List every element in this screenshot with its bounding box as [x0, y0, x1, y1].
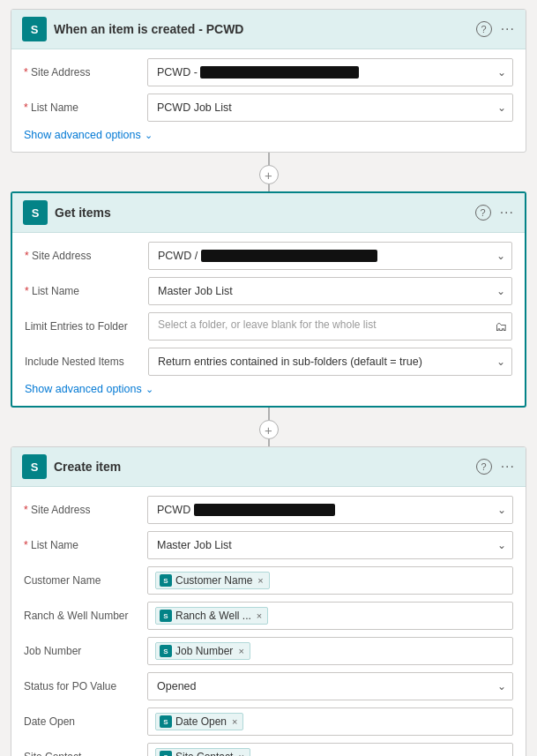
label-customer-name: Customer Name	[24, 574, 147, 587]
select-value-list-name-1: PCWD Job List	[157, 101, 232, 114]
select-site-address-2[interactable]: PCWD /	[148, 242, 512, 270]
folder-icon: 🗂	[495, 319, 507, 333]
help-icon-3[interactable]: ?	[476, 459, 492, 475]
field-row-status-po: Status for PO Value Opened ⌄	[24, 672, 513, 700]
help-icon-1[interactable]: ?	[476, 21, 492, 37]
more-menu-3[interactable]: ···	[501, 459, 515, 475]
chip-label-date-open: Date Open	[175, 715, 227, 728]
select-wrapper-site-address-1[interactable]: PCWD - ⌄	[147, 58, 513, 86]
card-icon-create-item: S	[22, 454, 47, 479]
select-nested-items[interactable]: Return entries contained in sub-folders …	[148, 348, 512, 376]
label-site-contact: Site Contact	[24, 751, 147, 756]
control-limit-folder: Select a folder, or leave blank for the …	[148, 312, 512, 341]
select-wrapper-list-name-3[interactable]: Master Job List ⌄	[147, 531, 513, 559]
chip-label-site-contact: Site Contact	[175, 751, 233, 756]
field-row-site-contact: Site Contact S Site Contact ×	[24, 743, 513, 756]
add-step-1[interactable]: +	[259, 165, 279, 184]
label-job-number: Job Number	[24, 645, 147, 657]
chip-date-open[interactable]: S Date Open ×	[155, 713, 243, 730]
tags-date-open[interactable]: S Date Open ×	[147, 707, 513, 736]
select-value-list-name-3: Master Job List	[157, 539, 232, 551]
chip-ranch-well[interactable]: S Ranch & Well ... ×	[155, 607, 268, 625]
select-wrapper-list-name-2[interactable]: Master Job List ⌄	[148, 277, 512, 305]
chip-x-ranch-well[interactable]: ×	[257, 610, 262, 621]
tags-site-contact[interactable]: S Site Contact ×	[147, 743, 513, 756]
select-list-name-3[interactable]: Master Job List	[147, 531, 513, 559]
show-advanced-2[interactable]: Show advanced options ⌄	[25, 383, 512, 395]
card-title-get-items: Get items	[55, 206, 111, 220]
more-menu-1[interactable]: ···	[501, 21, 515, 37]
field-row-ranch-well: Ranch & Well Number S Ranch & Well ... ×	[24, 602, 513, 630]
control-site-address-1: PCWD - ⌄	[147, 58, 513, 86]
show-advanced-arrow-1: ⌄	[145, 130, 153, 141]
plus-icon-1: +	[265, 168, 272, 183]
tags-ranch-well[interactable]: S Ranch & Well ... ×	[147, 602, 513, 630]
card-body-3: Site Address PCWD ⌄ List Name M	[11, 487, 526, 756]
card-header-when-item-created: S When an item is created - PCWD ? ···	[11, 10, 526, 49]
card-title-when-item-created: When an item is created - PCWD	[54, 22, 243, 36]
field-row-site-address-2: Site Address PCWD / ⌄	[25, 242, 512, 270]
field-row-job-number: Job Number S Job Number ×	[24, 637, 513, 665]
select-site-address-1[interactable]: PCWD -	[147, 58, 513, 86]
card-when-item-created: S When an item is created - PCWD ? ··· S…	[11, 9, 526, 153]
field-row-list-name-1: List Name PCWD Job List ⌄	[24, 94, 513, 122]
chip-x-job-number[interactable]: ×	[238, 646, 243, 656]
select-wrapper-list-name-1[interactable]: PCWD Job List ⌄	[147, 94, 513, 122]
select-value-list-name-2: Master Job List	[158, 285, 233, 297]
chip-icon-ranch-well: S	[160, 610, 172, 622]
select-list-name-2[interactable]: Master Job List	[148, 277, 512, 305]
label-limit-folder: Limit Entries to Folder	[25, 320, 148, 333]
chip-x-site-contact[interactable]: ×	[238, 752, 243, 756]
select-value-site-address-2: PCWD /	[158, 250, 377, 263]
card-header-left: S When an item is created - PCWD	[22, 17, 243, 41]
tags-customer-name[interactable]: S Customer Name ×	[147, 566, 513, 595]
chip-site-contact[interactable]: S Site Contact ×	[155, 748, 250, 756]
field-row-limit-folder: Limit Entries to Folder Select a folder,…	[25, 312, 512, 341]
card-header-create-item: S Create item ? ···	[11, 447, 526, 487]
card-get-items: S Get items ? ··· Site Address PCWD / ⌄	[11, 191, 526, 408]
select-wrapper-site-address-3[interactable]: PCWD ⌄	[147, 496, 513, 524]
card-body-1: Site Address PCWD - ⌄ List Name	[11, 49, 526, 152]
add-step-2[interactable]: +	[259, 420, 279, 439]
show-advanced-1[interactable]: Show advanced options ⌄	[24, 129, 513, 141]
chip-job-number[interactable]: S Job Number ×	[155, 642, 250, 660]
chip-x-date-open[interactable]: ×	[232, 716, 237, 727]
connector-line-bottom-2	[268, 439, 270, 446]
input-limit-folder[interactable]: Select a folder, or leave blank for the …	[148, 312, 512, 341]
label-site-address-2: Site Address	[25, 250, 148, 262]
select-wrapper-nested[interactable]: Return entries contained in sub-folders …	[148, 348, 512, 376]
select-wrapper-site-address-2[interactable]: PCWD / ⌄	[148, 242, 512, 270]
control-site-contact: S Site Contact ×	[147, 743, 513, 756]
select-list-name-1[interactable]: PCWD Job List	[147, 94, 513, 122]
chip-icon-job-number: S	[160, 645, 172, 657]
label-list-name-3: List Name	[24, 539, 147, 551]
select-value-nested: Return entries contained in sub-folders …	[158, 356, 422, 368]
input-folder-wrapper: Select a folder, or leave blank for the …	[148, 312, 512, 341]
select-status-po[interactable]: Opened	[147, 672, 513, 700]
field-row-site-address-1: Site Address PCWD - ⌄	[24, 58, 513, 86]
tags-job-number[interactable]: S Job Number ×	[147, 637, 513, 665]
control-list-name-3: Master Job List ⌄	[147, 531, 513, 559]
select-wrapper-status-po[interactable]: Opened ⌄	[147, 672, 513, 700]
card-icon-when-item-created: S	[22, 17, 47, 41]
card-icon-get-items: S	[23, 200, 48, 225]
label-ranch-well: Ranch & Well Number	[24, 610, 147, 622]
control-site-address-2: PCWD / ⌄	[148, 242, 512, 270]
placeholder-limit-folder: Select a folder, or leave blank for the …	[158, 318, 376, 331]
chip-label-job-number: Job Number	[175, 645, 233, 657]
control-list-name-1: PCWD Job List ⌄	[147, 94, 513, 122]
chip-customer-name[interactable]: S Customer Name ×	[155, 572, 270, 589]
chip-x-customer-name[interactable]: ×	[257, 575, 263, 586]
field-row-customer-name: Customer Name S Customer Name ×	[24, 566, 513, 595]
field-row-list-name-3: List Name Master Job List ⌄	[24, 531, 513, 559]
show-advanced-label-2: Show advanced options	[25, 383, 142, 395]
select-site-address-3[interactable]: PCWD	[147, 496, 513, 524]
label-status-po: Status for PO Value	[24, 680, 147, 692]
chip-icon-date-open: S	[160, 715, 172, 728]
label-date-open: Date Open	[24, 715, 147, 728]
help-icon-2[interactable]: ?	[475, 205, 491, 221]
control-list-name-2: Master Job List ⌄	[148, 277, 512, 305]
connector-1: +	[259, 153, 279, 191]
field-row-site-address-3: Site Address PCWD ⌄	[24, 496, 513, 524]
more-menu-2[interactable]: ···	[500, 205, 514, 221]
